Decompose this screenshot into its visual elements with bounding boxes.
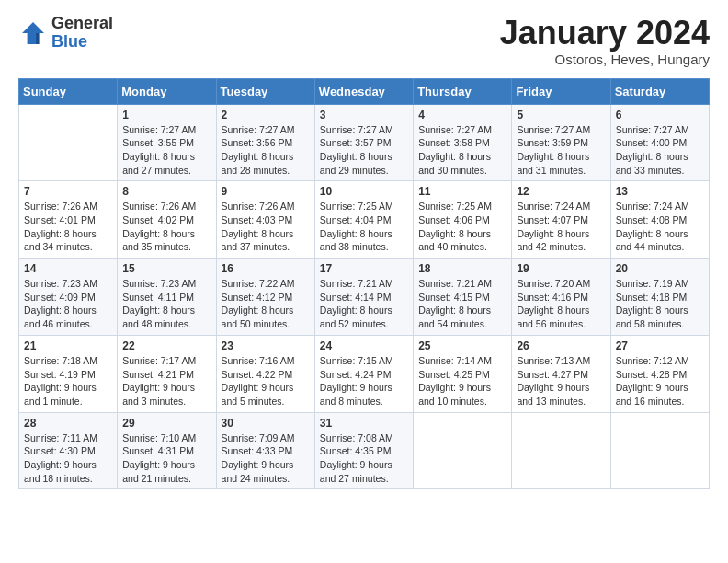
- day-number: 29: [122, 417, 210, 430]
- calendar-cell: 12Sunrise: 7:24 AMSunset: 4:07 PMDayligh…: [512, 181, 610, 259]
- day-number: 25: [418, 339, 506, 352]
- day-number: 27: [616, 339, 704, 352]
- day-number: 9: [222, 185, 310, 198]
- day-number: 10: [320, 185, 408, 198]
- page-header: General Blue January 2024 Ostoros, Heves…: [18, 15, 710, 67]
- day-number: 26: [517, 339, 605, 352]
- day-info: Sunrise: 7:24 AMSunset: 4:07 PMDaylight:…: [517, 200, 605, 254]
- day-info: Sunrise: 7:19 AMSunset: 4:18 PMDaylight:…: [616, 277, 704, 331]
- calendar-cell: 29Sunrise: 7:10 AMSunset: 4:31 PMDayligh…: [118, 412, 216, 489]
- calendar-cell: 24Sunrise: 7:15 AMSunset: 4:24 PMDayligh…: [314, 335, 413, 412]
- day-info: Sunrise: 7:27 AMSunset: 3:55 PMDaylight:…: [122, 123, 210, 178]
- calendar-cell: 1Sunrise: 7:27 AMSunset: 3:55 PMDaylight…: [118, 104, 216, 181]
- day-info: Sunrise: 7:22 AMSunset: 4:12 PMDaylight:…: [222, 277, 310, 331]
- weekday-header-tuesday: Tuesday: [216, 78, 314, 104]
- calendar-cell: 15Sunrise: 7:23 AMSunset: 4:11 PMDayligh…: [118, 259, 216, 336]
- day-info: Sunrise: 7:27 AMSunset: 3:56 PMDaylight:…: [222, 123, 310, 178]
- weekday-header-saturday: Saturday: [610, 78, 709, 104]
- location: Ostoros, Heves, Hungary: [500, 52, 710, 67]
- weekday-header-monday: Monday: [118, 78, 216, 104]
- day-number: 4: [418, 109, 506, 121]
- day-info: Sunrise: 7:23 AMSunset: 4:11 PMDaylight:…: [122, 277, 210, 331]
- calendar-cell: 23Sunrise: 7:16 AMSunset: 4:22 PMDayligh…: [216, 335, 314, 412]
- day-info: Sunrise: 7:26 AMSunset: 4:03 PMDaylight:…: [222, 200, 310, 254]
- logo-general: General: [51, 15, 113, 33]
- logo-blue: Blue: [51, 33, 113, 52]
- weekday-header-wednesday: Wednesday: [314, 78, 413, 104]
- day-info: Sunrise: 7:26 AMSunset: 4:01 PMDaylight:…: [24, 200, 112, 254]
- day-info: Sunrise: 7:17 AMSunset: 4:21 PMDaylight:…: [122, 354, 210, 408]
- calendar-cell: 13Sunrise: 7:24 AMSunset: 4:08 PMDayligh…: [610, 181, 709, 259]
- calendar-cell: 8Sunrise: 7:26 AMSunset: 4:02 PMDaylight…: [118, 181, 216, 259]
- calendar-cell: 2Sunrise: 7:27 AMSunset: 3:56 PMDaylight…: [216, 104, 314, 181]
- day-info: Sunrise: 7:20 AMSunset: 4:16 PMDaylight:…: [517, 277, 605, 331]
- weekday-header-thursday: Thursday: [414, 78, 512, 104]
- day-number: 6: [616, 109, 704, 121]
- logo-text: General Blue: [51, 15, 113, 52]
- day-info: Sunrise: 7:21 AMSunset: 4:14 PMDaylight:…: [320, 277, 408, 331]
- calendar-cell: 7Sunrise: 7:26 AMSunset: 4:01 PMDaylight…: [19, 181, 118, 259]
- day-number: 3: [320, 109, 408, 121]
- day-number: 30: [222, 417, 310, 430]
- calendar-cell: 19Sunrise: 7:20 AMSunset: 4:16 PMDayligh…: [512, 259, 610, 336]
- week-row-3: 14Sunrise: 7:23 AMSunset: 4:09 PMDayligh…: [19, 259, 710, 336]
- day-number: 2: [222, 109, 310, 121]
- day-number: 23: [222, 339, 310, 352]
- day-info: Sunrise: 7:27 AMSunset: 4:00 PMDaylight:…: [616, 123, 704, 178]
- day-info: Sunrise: 7:16 AMSunset: 4:22 PMDaylight:…: [222, 354, 310, 408]
- day-number: 8: [122, 185, 210, 198]
- calendar-cell: 18Sunrise: 7:21 AMSunset: 4:15 PMDayligh…: [414, 259, 512, 336]
- day-info: Sunrise: 7:14 AMSunset: 4:25 PMDaylight:…: [418, 354, 506, 408]
- day-number: 18: [418, 262, 506, 275]
- calendar-cell: 6Sunrise: 7:27 AMSunset: 4:00 PMDaylight…: [610, 104, 709, 181]
- calendar-cell: 17Sunrise: 7:21 AMSunset: 4:14 PMDayligh…: [314, 259, 413, 336]
- day-info: Sunrise: 7:10 AMSunset: 4:31 PMDaylight:…: [122, 431, 210, 486]
- calendar-cell: [414, 412, 512, 489]
- day-number: 7: [24, 185, 112, 198]
- calendar-cell: 5Sunrise: 7:27 AMSunset: 3:59 PMDaylight…: [512, 104, 610, 181]
- calendar-cell: [19, 104, 118, 181]
- day-info: Sunrise: 7:11 AMSunset: 4:30 PMDaylight:…: [24, 431, 112, 486]
- calendar-cell: 16Sunrise: 7:22 AMSunset: 4:12 PMDayligh…: [216, 259, 314, 336]
- day-info: Sunrise: 7:25 AMSunset: 4:06 PMDaylight:…: [418, 200, 506, 254]
- day-number: 5: [517, 109, 605, 121]
- week-row-2: 7Sunrise: 7:26 AMSunset: 4:01 PMDaylight…: [19, 181, 710, 259]
- day-info: Sunrise: 7:25 AMSunset: 4:04 PMDaylight:…: [320, 200, 408, 254]
- day-number: 19: [517, 262, 605, 275]
- day-number: 22: [122, 339, 210, 352]
- weekday-header-sunday: Sunday: [19, 78, 118, 104]
- calendar-cell: 9Sunrise: 7:26 AMSunset: 4:03 PMDaylight…: [216, 181, 314, 259]
- day-info: Sunrise: 7:27 AMSunset: 3:57 PMDaylight:…: [320, 123, 408, 178]
- day-info: Sunrise: 7:08 AMSunset: 4:35 PMDaylight:…: [320, 431, 408, 486]
- day-info: Sunrise: 7:13 AMSunset: 4:27 PMDaylight:…: [517, 354, 605, 408]
- day-number: 15: [122, 262, 210, 275]
- week-row-5: 28Sunrise: 7:11 AMSunset: 4:30 PMDayligh…: [19, 412, 710, 489]
- calendar-cell: 10Sunrise: 7:25 AMSunset: 4:04 PMDayligh…: [314, 181, 413, 259]
- calendar-cell: 26Sunrise: 7:13 AMSunset: 4:27 PMDayligh…: [512, 335, 610, 412]
- day-info: Sunrise: 7:18 AMSunset: 4:19 PMDaylight:…: [24, 354, 112, 408]
- calendar-cell: 4Sunrise: 7:27 AMSunset: 3:58 PMDaylight…: [414, 104, 512, 181]
- day-number: 28: [24, 417, 112, 430]
- calendar-cell: 20Sunrise: 7:19 AMSunset: 4:18 PMDayligh…: [610, 259, 709, 336]
- day-info: Sunrise: 7:21 AMSunset: 4:15 PMDaylight:…: [418, 277, 506, 331]
- calendar-cell: 3Sunrise: 7:27 AMSunset: 3:57 PMDaylight…: [314, 104, 413, 181]
- day-info: Sunrise: 7:15 AMSunset: 4:24 PMDaylight:…: [320, 354, 408, 408]
- day-number: 31: [320, 417, 408, 430]
- day-number: 24: [320, 339, 408, 352]
- calendar-cell: 31Sunrise: 7:08 AMSunset: 4:35 PMDayligh…: [314, 412, 413, 489]
- calendar-cell: 30Sunrise: 7:09 AMSunset: 4:33 PMDayligh…: [216, 412, 314, 489]
- day-number: 21: [24, 339, 112, 352]
- calendar-cell: 28Sunrise: 7:11 AMSunset: 4:30 PMDayligh…: [19, 412, 118, 489]
- calendar-cell: 27Sunrise: 7:12 AMSunset: 4:28 PMDayligh…: [610, 335, 709, 412]
- logo-icon: [18, 18, 48, 48]
- day-info: Sunrise: 7:23 AMSunset: 4:09 PMDaylight:…: [24, 277, 112, 331]
- day-number: 14: [24, 262, 112, 275]
- day-number: 16: [222, 262, 310, 275]
- calendar-cell: 11Sunrise: 7:25 AMSunset: 4:06 PMDayligh…: [414, 181, 512, 259]
- day-number: 11: [418, 185, 506, 198]
- day-number: 13: [616, 185, 704, 198]
- day-number: 17: [320, 262, 408, 275]
- calendar-cell: 21Sunrise: 7:18 AMSunset: 4:19 PMDayligh…: [19, 335, 118, 412]
- week-row-1: 1Sunrise: 7:27 AMSunset: 3:55 PMDaylight…: [19, 104, 710, 181]
- day-info: Sunrise: 7:09 AMSunset: 4:33 PMDaylight:…: [222, 431, 310, 486]
